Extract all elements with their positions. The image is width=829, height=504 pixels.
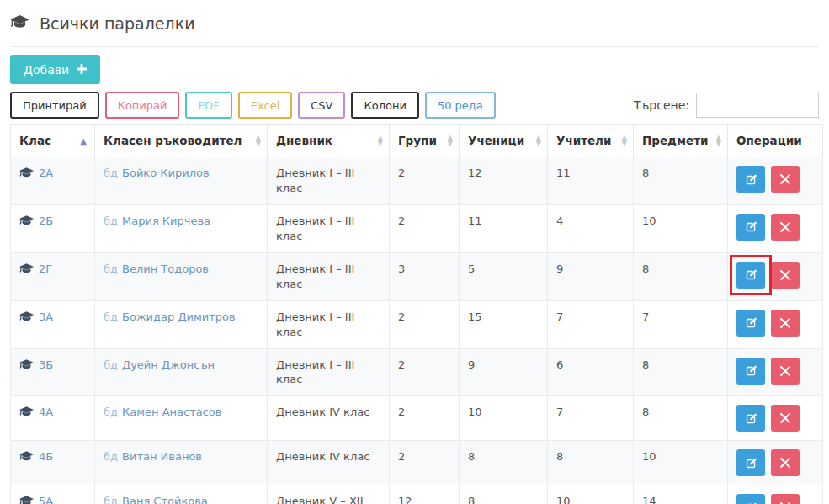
journal-label: Дневник IV клас xyxy=(276,450,369,463)
class-cell: 4Б xyxy=(11,441,95,485)
operations-cell xyxy=(728,396,823,441)
class-name[interactable]: 2Г xyxy=(39,263,52,275)
search-label: Търсене: xyxy=(634,98,689,112)
column-header-journal[interactable]: Дневник▲▼ xyxy=(268,125,390,157)
class-cell: 3А xyxy=(11,300,95,348)
column-label: Операции xyxy=(736,134,802,147)
graduation-cap-icon xyxy=(19,311,34,326)
table-row: 5АбдВаня СтойковаДневник V – XII1281014 xyxy=(11,485,823,504)
teacher-icon: бд xyxy=(104,495,118,504)
teacher-icon: бд xyxy=(104,450,118,463)
teachers-cell: 6 xyxy=(548,348,634,396)
journal-label: Дневник IV клас xyxy=(276,406,369,418)
class-name[interactable]: 3Б xyxy=(39,358,53,371)
sort-icon: ▲▼ xyxy=(378,135,383,146)
teacher-cell: бдКамен Анастасов xyxy=(95,396,268,441)
teacher-name[interactable]: Божидар Димитров xyxy=(122,310,236,323)
search-input[interactable] xyxy=(696,93,819,118)
subjects-cell: 8 xyxy=(634,348,728,396)
table-row: 3АбдБожидар ДимитровДневник I – III клас… xyxy=(11,300,823,348)
teacher-cell: бдВаня Стойкова xyxy=(95,485,268,504)
sort-ascending-icon: ▲ xyxy=(80,136,87,146)
delete-button[interactable] xyxy=(771,214,800,241)
delete-button[interactable] xyxy=(771,405,800,432)
toolbar-button-csv[interactable]: CSV xyxy=(298,92,345,119)
groups-cell: 2 xyxy=(390,348,460,396)
delete-button[interactable] xyxy=(771,262,800,289)
teacher-name[interactable]: Витан Иванов xyxy=(122,450,202,463)
edit-button[interactable] xyxy=(736,214,765,241)
delete-button[interactable] xyxy=(771,449,800,476)
edit-button[interactable] xyxy=(736,358,765,385)
teachers-cell: 4 xyxy=(548,204,634,252)
teacher-name[interactable]: Дуейн Джонсън xyxy=(122,358,215,371)
edit-button[interactable] xyxy=(736,310,765,337)
column-header-teachers[interactable]: Учители▲▼ xyxy=(548,125,634,157)
subjects-cell: 8 xyxy=(634,252,728,300)
column-header-class[interactable]: Клас▲ xyxy=(11,125,95,157)
teacher-name[interactable]: Ваня Стойкова xyxy=(122,495,208,504)
journal-cell: Дневник I – III клас xyxy=(268,252,390,300)
toolbar-button-print[interactable]: Принтирай xyxy=(10,92,99,119)
teacher-cell: бдВелин Тодоров xyxy=(95,252,268,300)
operations-cell xyxy=(728,441,823,485)
class-name[interactable]: 4А xyxy=(39,406,53,418)
delete-button[interactable] xyxy=(771,310,800,337)
students-cell: 12 xyxy=(460,157,548,205)
delete-button[interactable] xyxy=(771,494,800,504)
toolbar-button-rows50[interactable]: 50 реда xyxy=(425,92,496,119)
table-row: 4АбдКамен АнастасовДневник IV клас21078 xyxy=(11,396,823,441)
teacher-icon: бд xyxy=(104,263,118,275)
operations-cell xyxy=(728,157,823,205)
toolbar-button-pdf[interactable]: PDF xyxy=(185,92,231,119)
table-body: 2АбдБойко КириловДневник I – III клас212… xyxy=(11,157,823,504)
teacher-name[interactable]: Бойко Кирилов xyxy=(122,167,210,179)
operations-cell xyxy=(728,252,823,300)
teacher-cell: бдБойко Кирилов xyxy=(95,157,268,205)
class-name[interactable]: 2Б xyxy=(39,215,53,227)
journal-cell: Дневник I – III клас xyxy=(268,348,390,396)
table-row: 2ГбдВелин ТодоровДневник I – III клас359… xyxy=(11,252,823,300)
class-name[interactable]: 3А xyxy=(39,310,53,323)
groups-cell: 12 xyxy=(390,485,460,504)
delete-button[interactable] xyxy=(771,166,800,193)
toolbar-button-excel[interactable]: Excel xyxy=(238,92,292,119)
class-cell: 2А xyxy=(11,157,95,205)
delete-button[interactable] xyxy=(771,358,800,385)
journal-label: Дневник I – III клас xyxy=(276,263,354,290)
edit-button[interactable] xyxy=(736,166,765,193)
column-header-students[interactable]: Ученици▲▼ xyxy=(460,125,548,157)
class-name[interactable]: 2А xyxy=(39,167,53,179)
edit-button[interactable] xyxy=(736,494,765,504)
add-button[interactable]: Добави xyxy=(10,55,100,84)
class-name[interactable]: 4Б xyxy=(39,450,53,463)
students-cell: 5 xyxy=(460,252,548,300)
column-header-subjects[interactable]: Предмети▲▼ xyxy=(634,125,728,157)
teacher-name[interactable]: Камен Анастасов xyxy=(122,406,221,418)
page-title: Всички паралелки xyxy=(40,14,195,33)
column-header-operations: Операции xyxy=(728,125,823,157)
class-name[interactable]: 5А xyxy=(39,495,53,504)
edit-button[interactable] xyxy=(736,405,765,432)
sort-icon: ▲▼ xyxy=(536,135,541,146)
export-buttons: ПринтирайКопирайPDFExcelCSVКолони50 реда xyxy=(10,92,496,119)
column-header-teacher[interactable]: Класен ръководител▲▼ xyxy=(95,125,268,157)
graduation-cap-icon xyxy=(19,263,34,279)
toolbar-button-copy[interactable]: Копирай xyxy=(105,92,180,119)
teachers-cell: 8 xyxy=(548,441,634,485)
teachers-cell: 11 xyxy=(548,157,634,205)
toolbar-button-columns[interactable]: Колони xyxy=(351,92,418,119)
journal-label: Дневник I – III клас xyxy=(276,310,354,338)
edit-button[interactable] xyxy=(736,262,765,289)
students-cell: 9 xyxy=(460,348,548,396)
graduation-cap-icon xyxy=(19,496,34,504)
sort-icon: ▲▼ xyxy=(256,135,261,146)
column-label: Класен ръководител xyxy=(104,134,242,147)
teacher-name[interactable]: Мария Кирчева xyxy=(122,215,210,227)
journal-cell: Дневник IV клас xyxy=(268,441,390,485)
column-header-groups[interactable]: Групи▲▼ xyxy=(390,125,460,157)
table-row: 3БбдДуейн ДжонсънДневник I – III клас296… xyxy=(11,348,823,396)
operations-cell xyxy=(728,204,823,252)
teacher-name[interactable]: Велин Тодоров xyxy=(122,263,209,275)
edit-button[interactable] xyxy=(736,449,765,476)
